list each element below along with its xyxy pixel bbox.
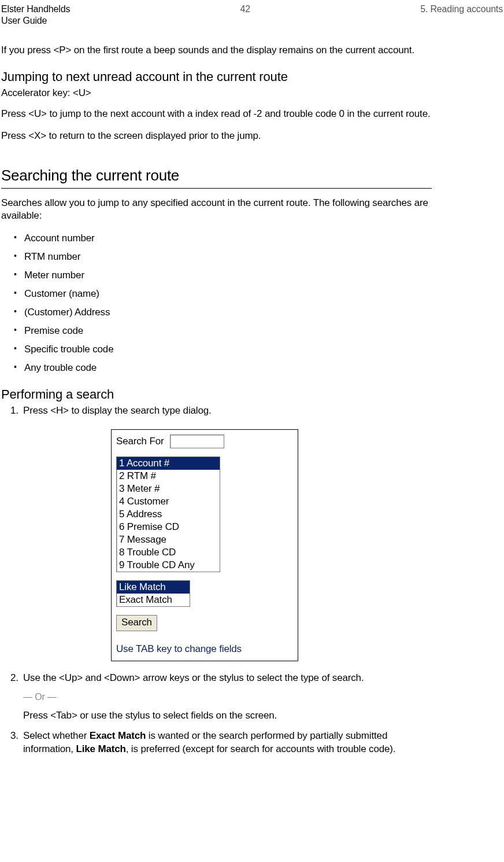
list-item[interactable]: 1 Account # (117, 457, 220, 470)
list-item[interactable]: 9 Trouble CD Any (117, 559, 220, 572)
steps-list: 1. Press <H> to display the search type … (10, 404, 432, 756)
chapter-title: 5. Reading accounts (420, 3, 503, 15)
jump-accelerator: Accelerator key: <U> (1, 87, 432, 100)
step-2b-text: Press <Tab> or use the stylus to select … (23, 709, 432, 723)
list-item[interactable]: 7 Message (117, 533, 220, 546)
list-item[interactable]: 4 Customer (117, 495, 220, 508)
exact-match-label: Exact Match (90, 730, 146, 741)
jump-p2: Press <X> to return to the screen displa… (1, 130, 432, 142)
search-button[interactable]: Search (116, 615, 157, 631)
step-3-post: , is preferred (except for search for ac… (126, 743, 396, 754)
page-number: 42 (240, 3, 250, 15)
search-for-input[interactable] (170, 434, 224, 448)
search-bullets: Account number RTM number Meter number C… (14, 232, 432, 375)
bullet-item: Premise code (14, 325, 432, 337)
search-heading: Searching the current route (1, 167, 432, 185)
bullet-item: (Customer) Address (14, 306, 432, 319)
perform-heading: Performing a search (1, 387, 432, 402)
brand-name: Elster Handhelds (1, 3, 70, 15)
list-item[interactable]: Exact Match (117, 594, 190, 606)
step-text: Use the <Up> and <Down> arrow keys or th… (23, 672, 364, 683)
jump-p1: Press <U> to jump to the next account wi… (1, 108, 432, 120)
bullet-item: RTM number (14, 251, 432, 263)
dialog-screenshot: Search For 1 Account # 2 RTM # 3 Meter #… (111, 429, 298, 661)
search-dialog: Search For 1 Account # 2 RTM # 3 Meter #… (111, 429, 298, 661)
list-item[interactable]: Like Match (117, 581, 190, 594)
page-header: Elster Handhelds User Guide 42 5. Readin… (1, 3, 503, 27)
step-number: 1. (10, 404, 18, 418)
bullet-item: Any trouble code (14, 362, 432, 374)
jump-heading: Jumping to next unread account in the cu… (1, 69, 432, 84)
guide-name: User Guide (1, 15, 70, 27)
header-left: Elster Handhelds User Guide (1, 3, 70, 27)
dialog-hint: Use TAB key to change fields (116, 643, 293, 656)
step-text: Press <H> to display the search type dia… (23, 405, 212, 416)
intro-paragraph: If you press <P> on the first route a be… (1, 44, 432, 57)
or-separator: — Or — (23, 691, 432, 703)
list-item[interactable]: 8 Trouble CD (117, 546, 220, 559)
search-for-label: Search For (116, 435, 164, 448)
step-number: 3. (10, 730, 18, 743)
step-2: 2. Use the <Up> and <Down> arrow keys or… (10, 672, 432, 722)
search-for-row: Search For (116, 434, 293, 448)
bullet-item: Account number (14, 232, 432, 245)
list-item[interactable]: 5 Address (117, 508, 220, 521)
search-intro: Searches allow you to jump to any specif… (1, 197, 432, 222)
search-type-listbox[interactable]: 1 Account # 2 RTM # 3 Meter # 4 Customer… (116, 456, 220, 572)
list-item[interactable]: 3 Meter # (117, 482, 220, 495)
bullet-item: Meter number (14, 269, 432, 282)
step-number: 2. (10, 672, 18, 685)
bullet-item: Customer (name) (14, 288, 432, 300)
content-area: If you press <P> on the first route a be… (1, 44, 432, 756)
list-item[interactable]: 6 Premise CD (117, 521, 220, 533)
step-3-text: Select whether Exact Match is wanted or … (23, 730, 395, 754)
step-3: 3. Select whether Exact Match is wanted … (10, 730, 432, 756)
section-rule (1, 188, 432, 189)
step-1: 1. Press <H> to display the search type … (10, 404, 432, 661)
step-3-pre: Select whether (23, 730, 90, 741)
bullet-item: Specific trouble code (14, 343, 432, 356)
match-type-listbox[interactable]: Like Match Exact Match (116, 580, 190, 607)
like-match-label: Like Match (76, 743, 125, 754)
list-item[interactable]: 2 RTM # (117, 470, 220, 482)
